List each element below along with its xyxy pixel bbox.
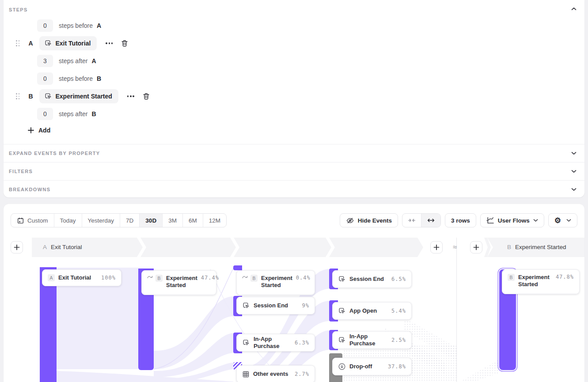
flow-node[interactable]: B Experiment Started 47.8%: [502, 269, 580, 294]
flow-column-band: [140, 238, 236, 257]
steps-after-a-row: 3 steps after A: [37, 55, 96, 67]
flow-node[interactable]: In-App Purchase 2.5%: [332, 331, 412, 349]
flow-node[interactable]: App Open 5.4%: [332, 302, 412, 320]
plus-icon: [27, 127, 34, 134]
step-badge: B: [508, 274, 515, 281]
delete-step-button[interactable]: [121, 39, 129, 47]
step-badge: B: [250, 275, 258, 282]
drag-handle-icon[interactable]: [16, 40, 20, 46]
gear-icon: ⚙: [554, 217, 561, 224]
steps-before-a-input[interactable]: 0: [37, 19, 53, 32]
section-filters[interactable]: FILTERS: [4, 163, 584, 180]
date-option-7d[interactable]: 7D: [120, 214, 140, 227]
chart-toolbar: Hide Events 3 rows User Flows ⚙: [340, 213, 577, 227]
step-badge: A: [48, 274, 55, 281]
add-column-right-button[interactable]: [470, 241, 482, 253]
event-pill-exit-tutorial[interactable]: Exit Tutorial: [39, 36, 97, 50]
step-a-row: A Exit Tutorial: [16, 36, 129, 50]
flows-report-panel: Custom Today Yesterday 7D 30D 3M 6M 12M …: [4, 204, 584, 382]
flow-node[interactable]: B Experiment Started 0.4%: [236, 270, 315, 295]
event-click-icon: [44, 39, 52, 47]
event-click-icon: [242, 339, 250, 347]
node-stub-experiment-started[interactable]: [233, 265, 242, 270]
drag-handle-icon[interactable]: [16, 93, 20, 99]
collapse-columns-button[interactable]: [402, 214, 421, 227]
flow-node[interactable]: B Experiment Started 47.4%: [141, 270, 216, 295]
plus-icon: [14, 244, 20, 250]
flow-node[interactable]: Session End 6.5%: [332, 270, 412, 288]
spacing-toggle: [402, 213, 441, 227]
flow-column-band: [234, 238, 331, 257]
step-badge: B: [156, 275, 163, 282]
chevron-down-icon: [571, 170, 577, 173]
add-column-middle-button[interactable]: [430, 241, 443, 253]
flow-node-drop-off[interactable]: Drop-off 37.8%: [332, 358, 412, 375]
steps-after-a-input[interactable]: 3: [37, 55, 53, 67]
more-options-button[interactable]: [104, 40, 114, 47]
date-option-12m[interactable]: 12M: [203, 214, 226, 227]
step-b-row: B Experiment Started: [16, 89, 150, 103]
step-letter: A: [29, 40, 39, 47]
group-a-header: A Exit Tutorial: [43, 244, 82, 250]
event-click-icon: [338, 307, 346, 315]
flow-column-band: [329, 238, 423, 257]
hide-events-button[interactable]: Hide Events: [340, 213, 398, 227]
steps-before-b-row: 0 steps before B: [37, 72, 101, 85]
event-click-icon: [338, 336, 346, 344]
add-column-left-button[interactable]: [11, 241, 23, 253]
step-letter: B: [29, 93, 39, 100]
trash-icon: [121, 39, 129, 47]
indirect-flow-icon: [242, 275, 248, 279]
date-option-6m[interactable]: 6M: [183, 214, 203, 227]
arrows-in-icon: [408, 218, 415, 223]
steps-section-title: STEPS: [9, 7, 28, 12]
calendar-icon: [17, 217, 24, 224]
user-flows-chart-icon: [486, 216, 494, 224]
flow-node[interactable]: Session End 9%: [236, 297, 315, 314]
steps-after-b-row: 0 steps after B: [37, 108, 96, 120]
chevron-down-icon: [571, 188, 577, 191]
rows-count-button[interactable]: 3 rows: [445, 213, 476, 227]
trash-icon: [142, 92, 150, 100]
flow-node[interactable]: In-App Purchase 6.3%: [236, 334, 315, 352]
add-step-button[interactable]: Add: [27, 127, 50, 134]
chevron-down-icon: [566, 219, 571, 222]
event-click-icon: [338, 275, 346, 283]
other-events-grid-icon: [242, 371, 250, 378]
event-click-icon: [44, 92, 52, 100]
date-option-3m[interactable]: 3M: [163, 214, 183, 227]
plus-icon: [473, 244, 479, 250]
flow-node[interactable]: Other events 2.7%: [236, 365, 315, 382]
steps-before-b-input[interactable]: 0: [37, 72, 53, 85]
view-type-dropdown[interactable]: User Flows: [480, 213, 544, 227]
steps-after-b-input[interactable]: 0: [37, 108, 53, 120]
indirect-flow-icon: [147, 275, 153, 279]
event-pill-experiment-started[interactable]: Experiment Started: [39, 89, 118, 103]
eye-off-icon: [346, 216, 354, 225]
query-builder-panel: STEPS 0 steps before A A Exit Tutorial 3…: [4, 0, 584, 197]
approx-join-symbol: ≈: [453, 243, 457, 252]
delete-step-button[interactable]: [142, 92, 150, 100]
chevron-up-icon[interactable]: [571, 7, 577, 11]
drop-off-icon: [338, 363, 346, 371]
section-breakdowns[interactable]: BREAKDOWNS: [4, 181, 584, 198]
date-option-yesterday[interactable]: Yesterday: [82, 214, 121, 227]
date-range-picker: Custom Today Yesterday 7D 30D 3M 6M 12M: [11, 213, 227, 227]
date-option-today[interactable]: Today: [54, 214, 82, 227]
section-expand-events-by-property[interactable]: EXPAND EVENTS BY PROPERTY: [4, 144, 584, 162]
flow-node[interactable]: A Exit Tutorial 100%: [42, 269, 121, 286]
date-option-custom[interactable]: Custom: [11, 214, 54, 227]
date-option-30d[interactable]: 30D: [140, 214, 163, 227]
event-click-icon: [242, 302, 250, 310]
more-options-button[interactable]: [125, 93, 136, 100]
arrows-out-icon: [427, 218, 435, 223]
settings-dropdown[interactable]: ⚙: [548, 213, 577, 227]
user-flows-sankey: A Exit Tutorial 100% B Experiment Starte…: [4, 261, 584, 382]
chevron-down-icon: [533, 219, 538, 222]
steps-before-a-row: 0 steps before A: [37, 19, 101, 32]
expand-columns-button[interactable]: [421, 214, 440, 227]
group-b-header: B Experiment Started: [507, 244, 566, 250]
chevron-down-icon: [571, 151, 577, 155]
plus-icon: [433, 244, 440, 250]
band-chevron-cap: [483, 238, 491, 257]
